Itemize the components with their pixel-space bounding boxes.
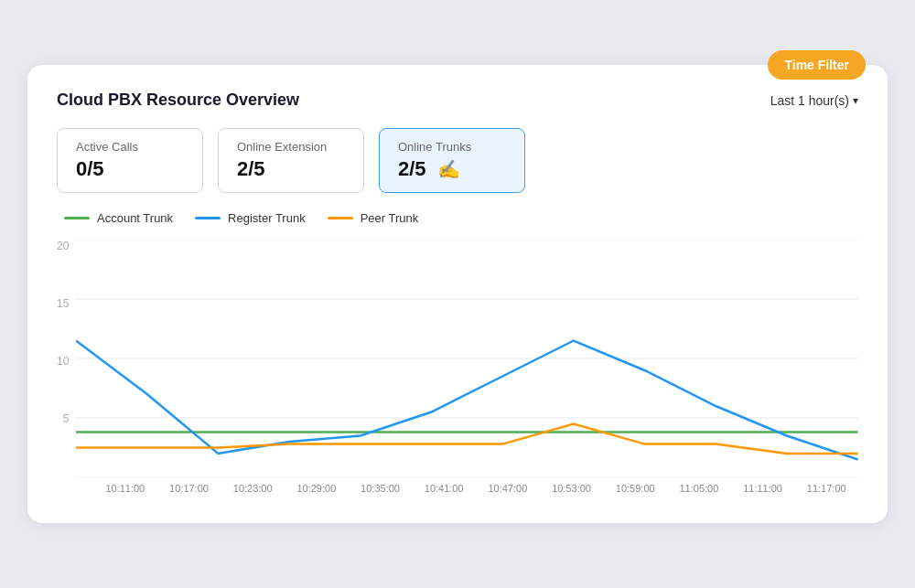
time-filter-badge[interactable]: Time Filter <box>768 50 866 80</box>
legend-label-peer-trunk: Peer Trunk <box>361 211 419 225</box>
y-label: 15 <box>57 297 69 310</box>
chevron-down-icon: ▾ <box>853 94 858 107</box>
x-label: 10:35:00 <box>349 483 413 494</box>
metric-value: 2/5✍ <box>398 157 506 181</box>
legend-line-peer-trunk <box>328 217 353 219</box>
x-label: 10:53:00 <box>540 483 604 494</box>
time-selector[interactable]: Last 1 hour(s) ▾ <box>770 93 858 108</box>
metric-card-active-calls[interactable]: Active Calls 0/5 <box>57 128 203 193</box>
x-label: 10:23:00 <box>221 483 285 494</box>
x-label: 10:41:00 <box>412 483 476 494</box>
card-title: Cloud PBX Resource Overview <box>57 91 299 110</box>
y-label: 5 <box>57 412 69 425</box>
header-row: Cloud PBX Resource Overview Last 1 hour(… <box>57 91 858 110</box>
x-label: 10:47:00 <box>476 483 540 494</box>
x-label: 11:11:00 <box>731 483 795 494</box>
time-selector-label: Last 1 hour(s) <box>770 93 849 108</box>
metric-label: Online Extension <box>237 140 345 154</box>
metric-label: Online Trunks <box>398 140 506 154</box>
x-label: 11:17:00 <box>794 483 858 494</box>
x-label: 10:59:00 <box>603 483 667 494</box>
x-label: 10:11:00 <box>93 483 157 494</box>
legend-line-register-trunk <box>195 217 221 219</box>
legend-item-account-trunk: Account Trunk <box>64 211 173 225</box>
y-label: 10 <box>57 355 69 368</box>
legend-label-account-trunk: Account Trunk <box>97 211 173 225</box>
x-label: 10:29:00 <box>285 483 349 494</box>
legend-line-account-trunk <box>64 217 90 219</box>
legend-row: Account Trunk Register Trunk Peer Trunk <box>57 211 858 225</box>
metric-value: 2/5 <box>237 157 345 181</box>
dashboard-card: Time Filter Cloud PBX Resource Overview … <box>27 65 888 523</box>
pointer-icon: ✍ <box>437 158 460 180</box>
y-label: 20 <box>57 240 69 252</box>
chart-svg <box>76 240 858 477</box>
x-label: 10:17:00 <box>157 483 221 494</box>
metric-label: Active Calls <box>76 140 184 154</box>
metrics-row: Active Calls 0/5 Online Extension 2/5 On… <box>57 128 858 193</box>
metric-value: 0/5 <box>76 157 184 181</box>
x-label: 11:05:00 <box>667 483 731 494</box>
metric-card-online-extension[interactable]: Online Extension 2/5 <box>218 128 364 193</box>
legend-label-register-trunk: Register Trunk <box>228 211 306 225</box>
metric-card-online-trunks[interactable]: Online Trunks 2/5✍ <box>379 128 525 193</box>
legend-item-peer-trunk: Peer Trunk <box>328 211 419 225</box>
legend-item-register-trunk: Register Trunk <box>195 211 306 225</box>
